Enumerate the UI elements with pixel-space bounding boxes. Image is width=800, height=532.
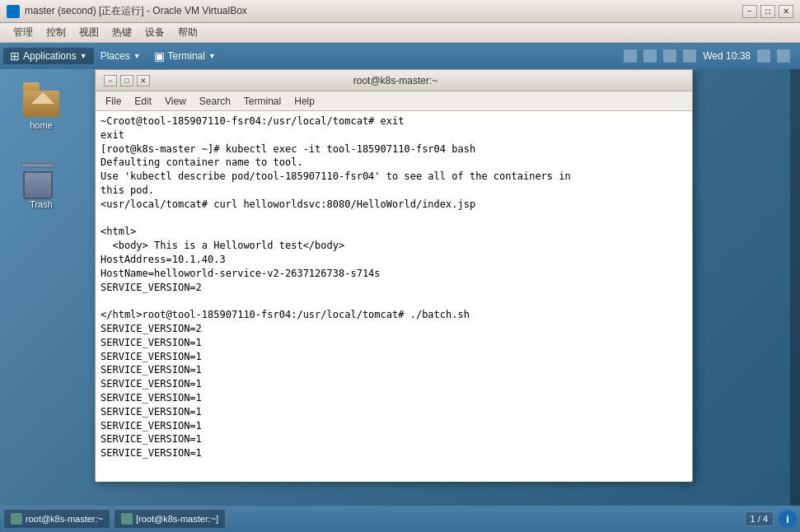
applications-arrow-icon: ▼ xyxy=(80,52,87,60)
terminal-arrow-icon: ▼ xyxy=(208,52,216,60)
applications-label: Applications xyxy=(23,50,77,62)
trash-desktop-icon[interactable]: Trash xyxy=(12,160,70,209)
terminal-titlebar: − □ ✕ root@k8s-master:~ xyxy=(96,70,692,91)
terminal-content-area[interactable]: ~Croot@tool-185907110-fsr04:/usr/local/t… xyxy=(96,111,692,482)
vbox-menubar: 管理 控制 视图 热键 设备 帮助 xyxy=(0,23,800,43)
terminal-menu-edit[interactable]: Edit xyxy=(128,94,158,109)
vbox-menu-help[interactable]: 帮助 xyxy=(171,24,204,41)
terminal-output: ~Croot@tool-185907110-fsr04:/usr/local/t… xyxy=(101,114,687,460)
terminal-menu[interactable]: ▣ Terminal ▼ xyxy=(147,48,222,64)
vbox-titlebar: master (second) [正在运行] - Oracle VM Virtu… xyxy=(0,0,800,23)
terminal-window-controls: − □ ✕ xyxy=(102,75,150,86)
trash-folder-icon xyxy=(21,160,61,199)
taskbar-right: 1 / 4 i xyxy=(745,510,797,528)
systray-icon-2 xyxy=(643,49,657,63)
trash-body-icon xyxy=(23,171,53,199)
folder-tab xyxy=(23,82,40,91)
vbox-menu-control[interactable]: 控制 xyxy=(40,24,73,41)
trash-lid-icon xyxy=(21,163,54,168)
vbox-title: master (second) [正在运行] - Oracle VM Virtu… xyxy=(25,4,742,18)
vbox-maximize-button[interactable]: □ xyxy=(760,5,775,18)
taskbar-label-2: [root@k8s-master:~] xyxy=(136,514,218,524)
taskbar-info-button[interactable]: i xyxy=(779,510,797,528)
applications-icon: ⊞ xyxy=(10,49,20,63)
terminal-menu-terminal[interactable]: Terminal xyxy=(237,94,288,109)
terminal-menu-help[interactable]: Help xyxy=(288,94,321,109)
vbox-menu-hotkey[interactable]: 热键 xyxy=(105,24,138,41)
terminal-menu-file[interactable]: File xyxy=(99,94,128,109)
page-indicator: 1 / 4 xyxy=(745,511,774,526)
taskbar-button-1[interactable]: root@k8s-master:~ xyxy=(3,509,110,529)
vbox-menu-device[interactable]: 设备 xyxy=(138,24,171,41)
terminal-label: Terminal xyxy=(168,50,205,62)
vbox-window-controls: − □ ✕ xyxy=(742,5,793,18)
terminal-close-button[interactable]: ✕ xyxy=(137,75,150,86)
systray-icon-1 xyxy=(624,49,637,63)
trash-icon-label: Trash xyxy=(30,199,53,209)
clock: Wed 10:38 xyxy=(703,50,751,62)
terminal-maximize-button[interactable]: □ xyxy=(120,75,133,86)
taskbar-terminal-icon-1 xyxy=(11,513,22,525)
home-icon-label: home xyxy=(30,120,53,130)
terminal-menu-bar: File Edit View Search Terminal Help xyxy=(96,91,692,111)
terminal-menu-search[interactable]: Search xyxy=(193,94,237,109)
vbox-icon xyxy=(7,5,20,18)
systray-icon-5 xyxy=(757,49,770,63)
systray-icon-6 xyxy=(777,49,790,63)
vbox-close-button[interactable]: ✕ xyxy=(779,5,793,18)
folder-body xyxy=(23,91,59,117)
taskbar-terminal-icon-2 xyxy=(121,513,133,525)
terminal-title: root@k8s-master:~ xyxy=(150,75,641,86)
home-desktop-icon[interactable]: home xyxy=(12,77,70,130)
terminal-icon: ▣ xyxy=(154,49,165,63)
places-arrow-icon: ▼ xyxy=(133,52,141,60)
desktop-right-scrollbar xyxy=(790,69,800,525)
vbox-menu-manage[interactable]: 管理 xyxy=(7,24,40,41)
systray-icon-3 xyxy=(663,49,676,63)
terminal-minimize-button[interactable]: − xyxy=(104,75,117,86)
toolbar-right: Wed 10:38 xyxy=(624,49,797,63)
applications-menu[interactable]: ⊞ Applications ▼ xyxy=(3,48,94,64)
places-label: Places xyxy=(101,50,130,62)
vbox-menu-view[interactable]: 视图 xyxy=(73,24,105,41)
taskbar-button-2[interactable]: [root@k8s-master:~] xyxy=(114,509,226,529)
desktop: home Trash − □ ✕ root@k8s-master:~ File … xyxy=(0,69,800,525)
terminal-window: − □ ✕ root@k8s-master:~ File Edit View S… xyxy=(95,69,693,481)
systray-icon-4 xyxy=(683,49,696,63)
taskbar: root@k8s-master:~ [root@k8s-master:~] 1 … xyxy=(0,506,800,532)
taskbar-label-1: root@k8s-master:~ xyxy=(26,514,103,524)
vbox-minimize-button[interactable]: − xyxy=(742,5,757,18)
home-folder-icon xyxy=(21,77,61,117)
terminal-menu-view[interactable]: View xyxy=(158,94,193,109)
places-menu[interactable]: Places ▼ xyxy=(94,49,147,63)
house-roof-icon xyxy=(31,92,54,104)
desktop-toolbar: ⊞ Applications ▼ Places ▼ ▣ Terminal ▼ W… xyxy=(0,43,800,69)
